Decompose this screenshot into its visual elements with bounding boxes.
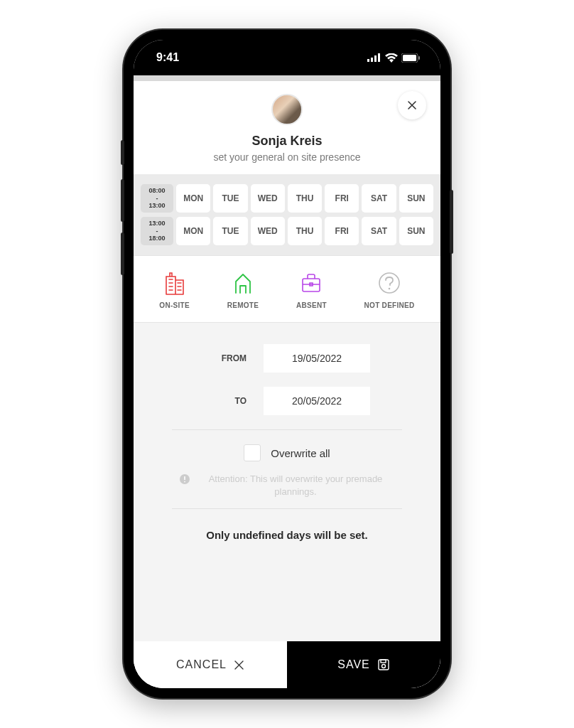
from-label: FROM [204,353,247,363]
day-wed-2[interactable]: WED [251,217,285,245]
power-button [450,190,453,254]
svg-rect-15 [381,660,386,663]
warning-row: Attention: This will overwrite your prem… [151,469,423,498]
status-icons [367,53,421,63]
svg-rect-0 [367,59,369,62]
volume-up [121,179,124,222]
x-icon [234,660,244,670]
svg-point-14 [381,665,385,668]
time-chip-morning: 08:00 - 13:00 [141,184,173,213]
overwrite-checkbox[interactable] [244,444,261,461]
day-fri-2[interactable]: FRI [325,217,359,245]
to-input[interactable] [264,387,370,415]
day-sun-2[interactable]: SUN [399,217,433,245]
presence-remote-label: REMOTE [227,301,259,309]
close-button[interactable] [398,91,426,119]
day-thu-2[interactable]: THU [288,217,322,245]
date-from-row: FROM [151,344,423,373]
divider [172,429,402,430]
day-sun[interactable]: SUN [399,184,433,213]
header-section: Sonja Kreis set your general on site pre… [134,81,440,174]
svg-point-8 [379,273,399,293]
svg-rect-1 [371,58,373,62]
divider-2 [172,508,402,509]
date-to-row: TO [151,387,423,415]
svg-rect-11 [184,476,185,480]
save-icon [377,658,390,671]
svg-rect-6 [418,56,420,60]
svg-rect-3 [378,53,380,62]
day-thu[interactable]: THU [288,184,322,213]
user-name: Sonja Kreis [134,134,440,149]
cancel-button[interactable]: CANCEL [134,641,287,688]
wifi-icon [385,53,398,63]
warning-text: Attention: This will overwrite your prem… [196,473,395,498]
cancel-label: CANCEL [176,658,227,671]
close-icon [406,100,418,111]
day-mon[interactable]: MON [176,184,210,213]
subtitle: set your general on site presence [134,151,440,163]
screen: 9:41 Sonja Kreis set your general on sit… [134,40,440,688]
presence-absent-label: ABSENT [296,301,327,309]
overwrite-label: Overwrite all [271,447,330,459]
day-sat-2[interactable]: SAT [362,217,396,245]
question-icon [377,270,402,296]
svg-point-9 [389,288,391,290]
presence-remote[interactable]: REMOTE [227,270,259,309]
day-tue[interactable]: TUE [213,184,247,213]
save-label: SAVE [337,658,370,671]
signal-icon [367,53,381,62]
day-wed[interactable]: WED [251,184,285,213]
svg-rect-7 [303,279,320,291]
time-chip-afternoon: 13:00 - 18:00 [141,217,173,245]
svg-point-12 [184,481,185,483]
schedule-row-afternoon: 13:00 - 18:00 MON TUE WED THU FRI SAT SU… [141,217,433,245]
schedule-row-morning: 08:00 - 13:00 MON TUE WED THU FRI SAT SU… [141,184,433,213]
status-time: 9:41 [156,51,179,64]
briefcase-icon [298,270,324,296]
day-mon-2[interactable]: MON [176,217,210,245]
presence-section: ON-SITE REMOTE ABSENT [134,255,440,323]
presence-onsite[interactable]: ON-SITE [159,270,190,309]
notch [218,30,357,53]
svg-rect-2 [374,55,377,62]
presence-onsite-label: ON-SITE [159,301,190,309]
presence-notdefined[interactable]: NOT DEFINED [364,270,415,309]
home-icon [230,270,256,296]
day-tue-2[interactable]: TUE [213,217,247,245]
phone-frame: 9:41 Sonja Kreis set your general on sit… [124,30,450,698]
overwrite-row: Overwrite all [151,444,423,461]
mute-switch [121,140,124,165]
save-button[interactable]: SAVE [287,641,440,688]
from-input[interactable] [264,344,370,373]
avatar [271,94,303,125]
to-label: TO [204,396,247,406]
info-text: Only undefined days will be set. [151,529,423,541]
svg-rect-5 [403,55,416,61]
day-sat[interactable]: SAT [362,184,396,213]
button-bar: CANCEL SAVE [134,641,440,688]
schedule-section: 08:00 - 13:00 MON TUE WED THU FRI SAT SU… [134,174,440,255]
form-section: FROM TO Overwrite all Attention: This wi… [134,323,440,641]
warning-icon [179,473,190,485]
content: Sonja Kreis set your general on site pre… [134,81,440,688]
building-icon [162,270,188,296]
presence-absent[interactable]: ABSENT [296,270,327,309]
volume-down [121,232,124,275]
gray-strip [134,75,440,81]
presence-notdefined-label: NOT DEFINED [364,301,415,309]
battery-icon [401,53,421,63]
day-fri[interactable]: FRI [325,184,359,213]
